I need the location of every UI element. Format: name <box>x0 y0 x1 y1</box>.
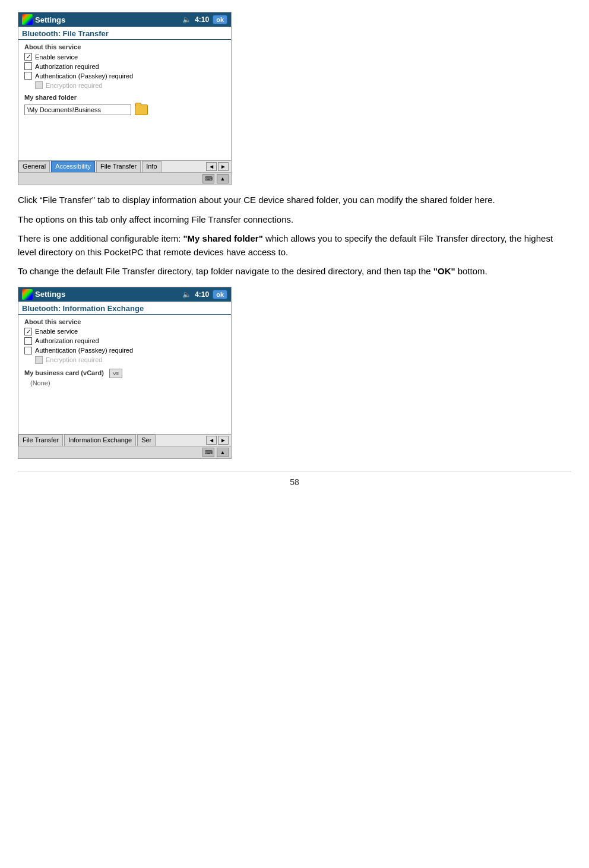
page-content: Settings 🔈 4:10 ok Bluetooth: File Trans… <box>0 0 589 499</box>
keyboard-icon-1[interactable]: ⌨ <box>202 174 214 183</box>
device2-vcard-row-header: My business card (vCard) V≡ <box>24 369 225 379</box>
tab2-next-arrow[interactable]: ► <box>218 436 229 445</box>
paragraph-1: Click “File Transfer” tab to display inf… <box>18 194 571 207</box>
ok-button-1[interactable]: ok <box>213 15 227 24</box>
tab-accessibility[interactable]: Accessibility <box>51 161 95 172</box>
device1-checkbox-auth-required[interactable] <box>24 62 32 70</box>
device2-body: About this service Enable service Author… <box>18 315 231 432</box>
device1-checkbox-enable[interactable] <box>24 53 32 61</box>
device2-checkbox-auth-required[interactable] <box>24 337 32 345</box>
para4-prefix: To change the default File Transfer dire… <box>18 266 433 276</box>
device1-cb-auth-required[interactable]: Authorization required <box>24 62 225 70</box>
device2-none-text: (None) <box>30 379 225 387</box>
device2-cb-encryption: Encryption required <box>35 356 225 364</box>
titlebar-left-2: Settings <box>22 289 65 300</box>
device1-spacer <box>24 119 225 154</box>
tab-info[interactable]: Info <box>142 161 161 172</box>
device1-label-auth-required: Authorization required <box>35 63 99 70</box>
device1-folder-label: My shared folder <box>24 94 225 101</box>
paragraph-2: The options on this tab only affect inco… <box>18 213 571 227</box>
device1-subtitle: Bluetooth: File Transfer <box>18 27 231 40</box>
device2-checkbox-auth-passkey[interactable] <box>24 347 32 354</box>
paragraph-3: There is one additional configurable ite… <box>18 232 571 259</box>
device1-cb-encryption: Encryption required <box>35 81 225 89</box>
up-arrow-icon-1[interactable]: ▲ <box>217 174 229 183</box>
device1-checkbox-auth-passkey[interactable] <box>24 72 32 80</box>
tab-nav-arrows-2: ◄ ► <box>204 435 231 446</box>
device-frame-1: Settings 🔈 4:10 ok Bluetooth: File Trans… <box>18 12 232 185</box>
tab2-file-transfer[interactable]: File Transfer <box>18 435 63 446</box>
folder-icon-1[interactable] <box>135 104 148 115</box>
device2-cb-auth-passkey[interactable]: Authentication (Passkey) required <box>24 347 225 354</box>
titlebar-1: Settings 🔈 4:10 ok <box>18 12 231 27</box>
device2-spacer <box>24 387 225 428</box>
tab2-ser[interactable]: Ser <box>137 435 156 446</box>
device1-label-auth-passkey: Authentication (Passkey) required <box>35 72 133 80</box>
device2-cb-enable[interactable]: Enable service <box>24 328 225 335</box>
para3-prefix: There is one additional configurable ite… <box>18 233 183 243</box>
keyboard-icon-2[interactable]: ⌨ <box>202 448 214 457</box>
device2-label-auth-required: Authorization required <box>35 337 99 344</box>
device2-subtitle: Bluetooth: Information Exchange <box>18 302 231 315</box>
titlebar-time-1: 4:10 <box>195 15 209 24</box>
device1-folder-input[interactable]: \My Documents\Business <box>24 104 131 115</box>
para4-bold: "OK" <box>433 266 455 276</box>
windows-logo-icon <box>22 14 33 25</box>
device1-body: About this service Enable service Author… <box>18 40 231 158</box>
tab-nav-arrows-1: ◄ ► <box>204 161 231 172</box>
titlebar-time-2: 4:10 <box>195 290 209 299</box>
titlebar-title-2: Settings <box>35 290 65 299</box>
titlebar-2: Settings 🔈 4:10 ok <box>18 287 231 302</box>
device2-cb-auth-required[interactable]: Authorization required <box>24 337 225 345</box>
device1-tabs: General Accessibility File Transfer Info… <box>18 160 231 172</box>
device2-label-auth-passkey: Authentication (Passkey) required <box>35 347 133 354</box>
page-number: 58 <box>18 477 571 487</box>
tab-prev-arrow[interactable]: ◄ <box>206 162 217 171</box>
device2-label-encryption: Encryption required <box>46 356 102 363</box>
device1-label-encryption: Encryption required <box>46 82 102 89</box>
titlebar-right-1: 🔈 4:10 ok <box>182 15 227 24</box>
titlebar-left-1: Settings <box>22 14 65 25</box>
device1-folder-row: \My Documents\Business <box>24 104 225 115</box>
ok-button-2[interactable]: ok <box>213 290 227 299</box>
device2-checkbox-encryption <box>35 356 43 364</box>
device2-business-card-label: My business card (vCard) <box>24 369 104 376</box>
device1-cb-enable[interactable]: Enable service <box>24 53 225 61</box>
device1-cb-auth-passkey[interactable]: Authentication (Passkey) required <box>24 72 225 80</box>
paragraph-4: To change the default File Transfer dire… <box>18 265 571 278</box>
device1-bottom-bar: ⌨ ▲ <box>18 172 231 185</box>
tab-general[interactable]: General <box>18 161 50 172</box>
tab-file-transfer[interactable]: File Transfer <box>96 161 141 172</box>
titlebar-right-2: 🔈 4:10 ok <box>182 290 227 299</box>
device2-bottom-bar: ⌨ ▲ <box>18 446 231 458</box>
para4-suffix: bottom. <box>455 266 487 276</box>
device2-checkbox-enable[interactable] <box>24 328 32 335</box>
titlebar-title-1: Settings <box>35 15 65 24</box>
tab2-info-exchange[interactable]: Information Exchange <box>64 435 136 446</box>
page-divider <box>18 471 571 471</box>
para3-bold: "My shared folder" <box>183 233 263 243</box>
up-arrow-icon-2[interactable]: ▲ <box>217 448 229 457</box>
speaker-icon-2: 🔈 <box>182 290 191 299</box>
device2-service-label: About this service <box>24 318 225 325</box>
tab2-prev-arrow[interactable]: ◄ <box>206 436 217 445</box>
device1-service-label: About this service <box>24 43 225 50</box>
body-text-section: Click “File Transfer” tab to display inf… <box>18 194 571 278</box>
windows-logo-icon-2 <box>22 289 33 300</box>
device2-tabs: File Transfer Information Exchange Ser ◄… <box>18 434 231 446</box>
device2-label-enable: Enable service <box>35 328 78 335</box>
device1-checkbox-encryption <box>35 81 43 89</box>
device1-label-enable: Enable service <box>35 53 78 61</box>
speaker-icon: 🔈 <box>182 15 191 24</box>
tab-next-arrow[interactable]: ► <box>218 162 229 171</box>
device-frame-2: Settings 🔈 4:10 ok Bluetooth: Informatio… <box>18 287 232 460</box>
vcard-icon[interactable]: V≡ <box>109 369 122 378</box>
